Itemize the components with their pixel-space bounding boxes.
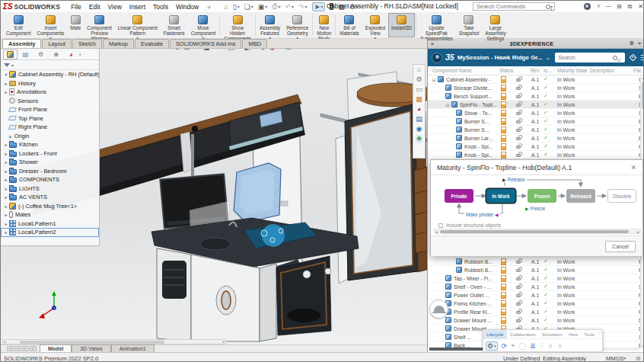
scroll-right-icon[interactable]: ▸ <box>637 229 639 234</box>
tree-item-shower[interactable]: ▸Shower <box>1 158 99 167</box>
scroll-left-icon[interactable]: ◂ <box>435 229 438 234</box>
tree-item-annotations[interactable]: ▸Annotations <box>1 88 99 97</box>
apps-icon[interactable]: ❖ <box>416 135 422 143</box>
restore-icon[interactable]: ⊞ <box>617 3 622 10</box>
tree-item-mates[interactable]: ▸Mates <box>1 210 99 219</box>
tab-3d-views[interactable]: 3D Views <box>72 344 110 352</box>
session-label[interactable]: MySession - Hawk Ridge Gr... <box>457 54 543 61</box>
doc-maximize-icon[interactable]: ⧉ <box>397 49 400 50</box>
col-is[interactable]: Is... <box>544 68 551 73</box>
tab-dimxpert[interactable]: ⊕ <box>49 50 63 59</box>
folder-icon[interactable]: ▭ <box>416 85 422 94</box>
display-style-icon[interactable]: ◧ <box>244 49 251 51</box>
table-row[interactable]: Profile Rear Ki...A.1✓In WorkPr <box>428 308 641 316</box>
new-motion-study-button[interactable]: New Motion Study <box>314 13 334 37</box>
scene-icon[interactable]: ◉ <box>269 49 276 51</box>
close-icon[interactable]: ✕ <box>638 3 643 10</box>
expand-arrow-icon[interactable]: ▸ <box>3 177 9 182</box>
table-row[interactable]: Burner S...A.1✓In WorkBu <box>428 126 644 134</box>
pie-icon[interactable]: ◕ <box>417 105 421 114</box>
tree-item-top-plane[interactable]: .Top Plane <box>1 114 99 123</box>
open-button[interactable]: ❏▾ <box>244 3 253 11</box>
home-button[interactable]: ⌂ <box>224 3 228 11</box>
zoom-area-icon[interactable]: ⊡ <box>184 49 190 51</box>
expand-arrow-icon[interactable]: ▸ <box>3 186 9 191</box>
table-row[interactable]: Rubbish B...A.1✓In WorkRu <box>428 266 641 274</box>
col-description[interactable]: Description <box>590 68 614 73</box>
move-component-button[interactable]: Move Component▾ <box>188 13 219 37</box>
expand-arrow-icon[interactable]: ▸ <box>3 81 9 86</box>
expand-arrow-icon[interactable]: ▸ <box>3 203 9 209</box>
command-search[interactable]: ▾ <box>473 2 555 11</box>
take-snapshot-button[interactable]: Take Snapshot <box>456 13 483 37</box>
tab-displaymanager[interactable]: ◕ <box>64 50 78 59</box>
table-icon[interactable]: ▤ <box>416 115 422 123</box>
caret-down-icon[interactable]: ▾ <box>11 62 14 68</box>
col-component-name[interactable]: Component Name <box>432 68 472 73</box>
scroll-thumb[interactable] <box>440 230 629 233</box>
tree-item-front-plane[interactable]: .Front Plane <box>1 105 99 114</box>
favorites-heart-icon[interactable]: ♡ <box>598 332 602 338</box>
scroll-thumb[interactable] <box>20 341 164 344</box>
search-icon[interactable] <box>546 5 550 9</box>
tree-item-ac-vents[interactable]: ▸AC VENTS <box>1 193 99 202</box>
edit-component-button[interactable]: Edit Component <box>3 13 34 37</box>
assistant-avatar[interactable] <box>429 300 448 319</box>
state-released[interactable]: Released <box>566 189 595 203</box>
dialog-hscrollbar[interactable]: ◂ ▸ <box>434 229 641 234</box>
table-row[interactable]: Tap - Mixer - Fi...A.1✓In WorkTa <box>428 274 641 283</box>
dialog-close-icon[interactable]: ✕ <box>630 164 636 171</box>
insert-components-button[interactable]: Insert Components▾ <box>34 13 68 37</box>
sync-database-icon[interactable]: ⟳ <box>502 342 508 350</box>
tag-icon[interactable] <box>629 54 636 62</box>
tree-item-history[interactable]: ▸History <box>1 79 99 88</box>
headsup-view-toolbar[interactable]: ⊕ ⊡ ↶ ◪ ∞ ▾ ⬒ ▾ ◧ ▾ ◈ ◉ ▾ ▭ ▾ <box>174 49 298 51</box>
table-row[interactable]: Shelf - Oven - ...A.1✓In WorkSh <box>428 283 641 291</box>
menu-pin-icon[interactable]: ➢ <box>205 2 214 11</box>
col-rev[interactable]: Rev <box>531 68 539 73</box>
menu-file[interactable]: File <box>71 3 81 11</box>
search-chevron-icon[interactable]: ⌄ <box>619 55 623 60</box>
nav-first-icon[interactable]: ◂ <box>7 346 14 351</box>
scroll-down-icon[interactable]: ▾ <box>641 344 644 348</box>
structure-icon[interactable]: ≣ <box>530 342 536 350</box>
nav-next-icon[interactable]: ▸ <box>22 346 29 351</box>
tree-item-lights[interactable]: ▸LIGHTS <box>1 184 99 194</box>
home-icon[interactable]: ⌂ <box>417 66 421 74</box>
previous-view-icon[interactable]: ↶ <box>193 49 199 51</box>
status-units[interactable]: MMGS <box>606 355 623 362</box>
mate-button[interactable]: Mate <box>67 13 84 37</box>
tree-item-dresser-bedroom[interactable]: ▸Dresser - Bedroom <box>1 167 99 176</box>
col-status[interactable]: Status <box>499 68 513 73</box>
expand-arrow-icon[interactable]: ▸ <box>3 168 9 174</box>
table-row[interactable]: Drawer Mount ...A.1✓In WorkDr <box>428 316 641 325</box>
state-frozen[interactable]: Frozen <box>528 189 556 203</box>
hide-show-items-icon[interactable]: ∞ <box>213 49 218 51</box>
state-obsolete[interactable]: Obsolete <box>607 189 636 203</box>
panel-settings-icon[interactable]: ⚙ <box>630 40 634 46</box>
settings-icon[interactable]: ⚙ <box>416 75 422 84</box>
tree-tabs-more-icon[interactable]: › <box>79 52 81 57</box>
view-settings-icon[interactable]: ▭ <box>285 49 292 51</box>
expand-arrow-icon[interactable]: ▸ <box>3 221 9 226</box>
linear-component-pattern-button[interactable]: Linear Component Pattern▾ <box>115 13 161 37</box>
caret-down-icon[interactable]: ▾ <box>279 49 282 50</box>
expand-arrow-icon[interactable]: ▸ <box>3 212 9 217</box>
view-orientation-icon[interactable]: ⬒ <box>228 49 234 51</box>
tree-item-locallpattern1[interactable]: ▸LocalLPattern1 <box>1 219 99 229</box>
tab-layout[interactable]: Layout <box>42 39 72 48</box>
freeze-transition[interactable]: ▶Freeze <box>524 206 547 211</box>
search-icon[interactable] <box>613 56 617 60</box>
checkbox[interactable] <box>438 223 443 228</box>
account-avatar[interactable] <box>584 3 591 10</box>
col-file[interactable]: File... <box>633 68 644 73</box>
tree-item-origin[interactable]: .⌞Origin <box>1 132 99 141</box>
table-row[interactable]: Knob - Spi...A.1✓In WorkKn <box>428 151 644 159</box>
exploded-view-button[interactable]: Exploded View▾ <box>362 13 388 37</box>
bill-of-materials-button[interactable]: Bill of Materials <box>336 13 362 37</box>
component-preview-window-button[interactable]: Component Preview Window <box>84 13 115 37</box>
select-button[interactable]: ➤▾ <box>312 2 326 11</box>
caret-down-icon[interactable]: ▾ <box>222 49 225 50</box>
expand-arrow-icon[interactable]: ▸ <box>3 229 9 235</box>
menu-view[interactable]: View <box>108 3 122 11</box>
